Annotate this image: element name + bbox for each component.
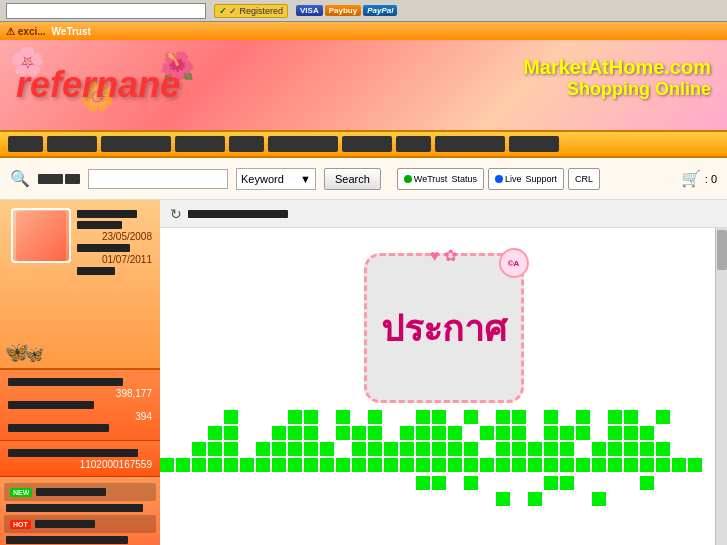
menu-item-hot[interactable]: HOT [4, 515, 156, 533]
announcement-box: ♥ ✿ ©A ประกาศ [364, 253, 524, 403]
scrollbar[interactable] [715, 228, 727, 545]
announcement-area: ♥ ✿ ©A ประกาศ [160, 228, 727, 428]
sidebar-stats: 398,177 394 [0, 370, 160, 441]
refresh-icon[interactable]: ↻ [170, 206, 182, 222]
scrollbar-thumb[interactable] [717, 230, 727, 270]
search-button[interactable]: Search [324, 168, 381, 190]
browser-bar: http://www.refernane.com ✓ ✓ Registered … [0, 0, 727, 22]
crl-badge: CRL [568, 168, 600, 190]
nav-item-10[interactable] [509, 136, 559, 152]
main-area: ↻ ♥ ✿ ©A ประกาศ [160, 200, 727, 545]
cart-icon: 🛒 [681, 169, 701, 188]
nav-item-9[interactable] [435, 136, 505, 152]
nav-item-7[interactable] [342, 136, 392, 152]
sidebar-menu: NEW HOT 🦋 [0, 477, 160, 545]
paybuy-badge: Paybuy [325, 5, 361, 16]
visa-badge: VISA [296, 5, 323, 16]
url-bar[interactable]: http://www.refernane.com [6, 3, 206, 19]
wetrust-status-badge: WeTrust Status [397, 168, 484, 190]
nav-item-8[interactable] [396, 136, 431, 152]
paypal-badge: PayPal [363, 5, 397, 16]
user-avatar [11, 208, 71, 263]
announcement-text-thai: ประกาศ [381, 300, 507, 357]
tagline-line1: MarketAtHome.com [523, 56, 711, 79]
nav-item-2[interactable] [47, 136, 97, 152]
search-bar: 🔍 Keyword ▼ Search WeTrust Status Live S… [0, 158, 727, 200]
site-header: 🌸 🌼 🌺 refernane MarketAtHome.com Shoppin… [0, 40, 727, 130]
new-badge: NEW [10, 488, 32, 497]
nav-banner [0, 130, 727, 158]
hot-badge: HOT [10, 520, 31, 529]
registered-badge: ✓ ✓ Registered [214, 4, 288, 18]
site-tagline: MarketAtHome.com Shopping Online [523, 56, 711, 100]
main-top-bar: ↻ [160, 200, 727, 228]
nav-item-3[interactable] [101, 136, 171, 152]
live-support-badge: Live Support [488, 168, 564, 190]
member-id: 1102000167559 [8, 459, 152, 470]
secondary-count: 394 [8, 411, 152, 422]
trust-status-area: WeTrust Status Live Support CRL [397, 168, 600, 190]
search-input[interactable] [88, 169, 228, 189]
sidebar-id-section: 1102000167559 [0, 441, 160, 477]
tagline-line2: Shopping Online [523, 79, 711, 100]
site-logo: refernane [16, 64, 180, 106]
wetrust-label: WeTrust [52, 26, 91, 37]
search-labels [38, 174, 80, 184]
member-since-date: 23/05/2008 [77, 231, 152, 242]
pixel-art-area [160, 410, 727, 545]
payment-icons: VISA Paybuy PayPal [296, 5, 397, 16]
heart-decoration: ♥ ✿ [430, 246, 457, 265]
nav-item-4[interactable] [175, 136, 225, 152]
last-login-date: 01/07/2011 [77, 254, 152, 265]
stamp-decoration: ©A [499, 248, 529, 278]
nav-item-5[interactable] [229, 136, 264, 152]
cart-area: 🛒 : 0 [681, 169, 717, 188]
sidebar-user-section: 23/05/2008 01/07/2011 🦋 🦋 [0, 200, 160, 370]
trust-bar: ⚠ exci... WeTrust [0, 22, 727, 40]
sidebar: 23/05/2008 01/07/2011 🦋 🦋 398,177 39 [0, 200, 160, 545]
nav-item-6[interactable] [268, 136, 338, 152]
nav-item-1[interactable] [8, 136, 43, 152]
search-icon: 🔍 [10, 169, 30, 188]
exclamation-text: ⚠ exci... [6, 26, 46, 37]
main-content: 23/05/2008 01/07/2011 🦋 🦋 398,177 39 [0, 200, 727, 545]
visits-count: 398,177 [8, 388, 152, 399]
menu-item-new[interactable]: NEW [4, 483, 156, 501]
keyword-dropdown[interactable]: Keyword ▼ [236, 168, 316, 190]
